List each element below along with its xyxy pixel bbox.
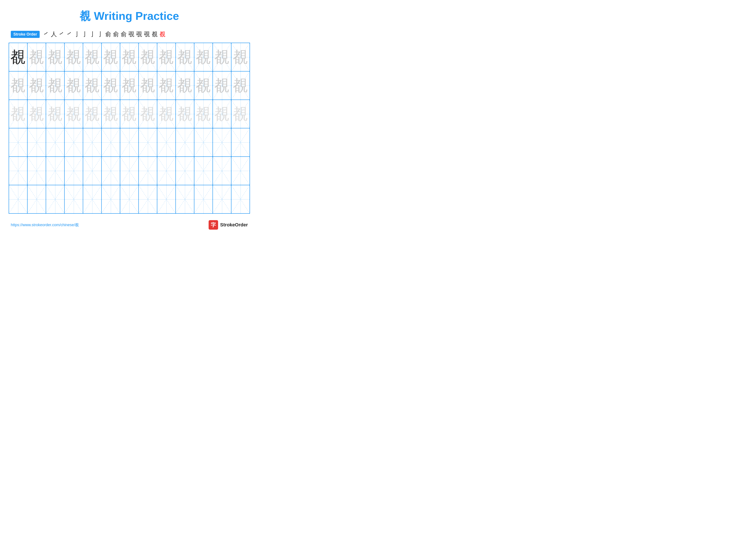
cell-4-4[interactable]	[65, 128, 83, 156]
svg-line-115	[102, 157, 120, 185]
cell-5-11[interactable]	[194, 157, 213, 185]
svg-line-141	[102, 185, 120, 213]
cell-6-6[interactable]	[102, 185, 120, 213]
svg-line-120	[157, 157, 176, 185]
cell-6-10[interactable]	[176, 185, 194, 213]
svg-line-146	[157, 185, 176, 213]
svg-line-152	[213, 185, 231, 213]
cell-6-3[interactable]	[46, 185, 65, 213]
cell-5-12[interactable]	[213, 157, 231, 185]
cell-4-7[interactable]	[120, 128, 139, 156]
grid-row-3: 覩 覩 覩 覩 覩 覩 覩 覩	[9, 100, 250, 128]
cell-3-6: 覩	[102, 100, 120, 128]
char-light: 覩	[85, 49, 100, 65]
svg-line-82	[46, 128, 64, 156]
cell-5-5[interactable]	[83, 157, 102, 185]
svg-line-105	[9, 157, 27, 185]
cell-5-4[interactable]	[65, 157, 83, 185]
char-light: 覩	[122, 49, 137, 65]
svg-line-93	[139, 128, 157, 156]
cell-3-13: 覩	[231, 100, 250, 128]
svg-line-122	[176, 157, 194, 185]
svg-line-113	[83, 157, 101, 185]
cell-5-7[interactable]	[120, 157, 139, 185]
svg-line-153	[213, 185, 231, 213]
cell-4-6[interactable]	[102, 128, 120, 156]
cell-6-2[interactable]	[28, 185, 46, 213]
svg-line-145	[139, 185, 157, 213]
svg-line-131	[9, 185, 27, 213]
cell-3-4: 覩	[65, 100, 83, 128]
cell-6-11[interactable]	[194, 185, 213, 213]
cell-2-9: 覩	[157, 71, 176, 99]
cell-5-13[interactable]	[231, 157, 250, 185]
cell-5-3[interactable]	[46, 157, 65, 185]
cell-6-4[interactable]	[65, 185, 83, 213]
cell-4-10[interactable]	[176, 128, 194, 156]
cell-6-9[interactable]	[157, 185, 176, 213]
grid-row-2: 覩 覩 覩 覩 覩 覩 覩 覩	[9, 71, 250, 100]
cell-5-9[interactable]	[157, 157, 176, 185]
svg-line-125	[194, 157, 212, 185]
cell-1-3: 覩	[46, 43, 65, 71]
svg-line-89	[102, 128, 120, 156]
svg-line-139	[83, 185, 101, 213]
svg-line-140	[102, 185, 120, 213]
svg-line-94	[157, 128, 176, 156]
cell-3-3: 覩	[46, 100, 65, 128]
cell-6-1[interactable]	[9, 185, 28, 213]
cell-6-12[interactable]	[213, 185, 231, 213]
cell-4-2[interactable]	[28, 128, 46, 156]
stroke-12: 覗	[128, 30, 134, 38]
svg-line-83	[46, 128, 64, 156]
cell-6-13[interactable]	[231, 185, 250, 213]
cell-5-2[interactable]	[28, 157, 46, 185]
svg-line-132	[28, 185, 46, 213]
svg-line-130	[9, 185, 27, 213]
cell-4-5[interactable]	[83, 128, 102, 156]
char-light: 覩	[29, 49, 44, 65]
cell-1-6: 覩	[102, 43, 120, 71]
cell-2-11: 覩	[194, 71, 213, 99]
cell-5-8[interactable]	[139, 157, 157, 185]
svg-line-154	[231, 185, 250, 213]
cell-6-5[interactable]	[83, 185, 102, 213]
svg-line-78	[9, 128, 27, 156]
cell-4-9[interactable]	[157, 128, 176, 156]
cell-4-12[interactable]	[213, 128, 231, 156]
cell-4-1[interactable]	[9, 128, 28, 156]
svg-line-126	[213, 157, 231, 185]
stroke-4: ㇒	[67, 30, 72, 38]
footer-url[interactable]: https://www.strokeorder.com/chinese/覩	[11, 222, 79, 227]
svg-line-129	[231, 157, 250, 185]
cell-5-1[interactable]	[9, 157, 28, 185]
cell-4-11[interactable]	[194, 128, 213, 156]
stroke-7: ㇚	[90, 30, 96, 38]
cell-3-7: 覩	[120, 100, 139, 128]
stroke-14: 覗	[144, 30, 150, 38]
cell-2-5: 覩	[83, 71, 102, 99]
cell-3-12: 覩	[213, 100, 231, 128]
svg-line-133	[28, 185, 46, 213]
svg-line-110	[65, 157, 83, 185]
stroke-5: ㇚	[74, 30, 80, 38]
cell-4-8[interactable]	[139, 128, 157, 156]
svg-line-104	[9, 157, 27, 185]
cell-6-7[interactable]	[120, 185, 139, 213]
svg-line-149	[176, 185, 194, 213]
svg-line-88	[102, 128, 120, 156]
svg-line-80	[28, 128, 46, 156]
cell-5-10[interactable]	[176, 157, 194, 185]
cell-5-6[interactable]	[102, 157, 120, 185]
svg-line-100	[213, 128, 231, 156]
page-title: 覩 Writing Practice	[9, 9, 250, 24]
cell-4-13[interactable]	[231, 128, 250, 156]
svg-line-103	[231, 128, 250, 156]
cell-4-3[interactable]	[46, 128, 65, 156]
svg-line-90	[120, 128, 138, 156]
char-light: 覩	[140, 49, 156, 65]
cell-6-8[interactable]	[139, 185, 157, 213]
svg-line-127	[213, 157, 231, 185]
cell-3-8: 覩	[139, 100, 157, 128]
char-light: 覩	[233, 49, 248, 65]
